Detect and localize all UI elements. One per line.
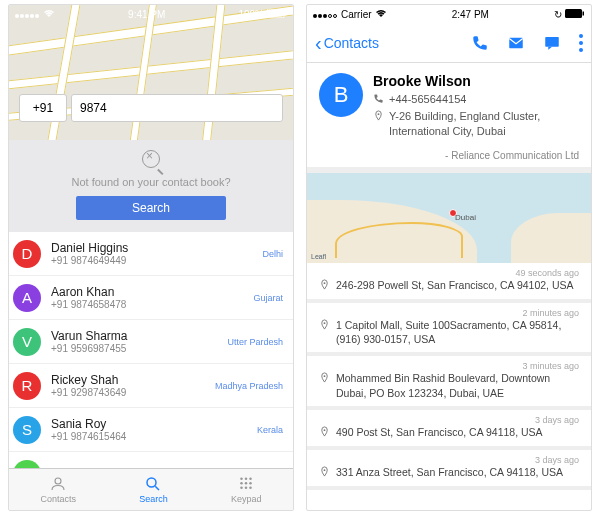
search-icon bbox=[143, 475, 163, 493]
not-found-panel: Not found on your contact book? Search bbox=[9, 140, 293, 232]
status-time: 9:41 PM bbox=[128, 9, 165, 20]
contact-row[interactable]: VVarun Sharma+91 9596987455Utter Pardesh bbox=[9, 320, 293, 364]
profile-section: B Brooke Wilson +44-565644154 Y-26 Build… bbox=[307, 63, 591, 148]
history-item[interactable]: 3 minutes agoMohammed Bin Rashid Bouleva… bbox=[307, 356, 591, 409]
nav-bar: ‹ Contacts bbox=[307, 23, 591, 63]
phone-input-bar: +91 9874 bbox=[19, 94, 283, 122]
battery-icon bbox=[565, 9, 585, 20]
map-search-area[interactable]: +91 9874 bbox=[9, 5, 293, 140]
contact-phone: +91 9874649449 bbox=[51, 255, 262, 266]
svg-point-21 bbox=[579, 48, 583, 52]
svg-rect-2 bbox=[284, 11, 286, 15]
contact-row[interactable]: AAaron Khan+91 9874658478Gujarat bbox=[9, 276, 293, 320]
contact-avatar: D bbox=[13, 240, 41, 268]
svg-point-9 bbox=[240, 482, 243, 485]
contact-row[interactable]: SSania Roy+91 9874615464Kerala bbox=[9, 408, 293, 452]
statusbar: 9:41 PM 100% bbox=[9, 5, 293, 23]
svg-point-25 bbox=[324, 376, 326, 378]
svg-point-22 bbox=[378, 114, 380, 116]
tab-bar: Contacts Search Keypad bbox=[9, 468, 293, 510]
svg-rect-16 bbox=[583, 11, 585, 15]
svg-point-12 bbox=[240, 486, 243, 489]
tab-keypad[interactable]: Keypad bbox=[231, 475, 262, 504]
history-time: 3 minutes ago bbox=[319, 358, 579, 371]
contact-location: Gujarat bbox=[253, 293, 283, 303]
phone-number-input[interactable]: 9874 bbox=[71, 94, 283, 122]
history-time: 3 days ago bbox=[319, 452, 579, 465]
back-button[interactable]: ‹ Contacts bbox=[315, 33, 471, 53]
profile-company: - Reliance Communication Ltd bbox=[307, 148, 591, 167]
status-time: 2:47 PM bbox=[452, 9, 489, 20]
history-address: 246-298 Powell St, San Francisco, CA 941… bbox=[336, 278, 574, 292]
history-address: Mohammed Bin Rashid Boulevard, Downtown … bbox=[336, 371, 579, 399]
more-button[interactable] bbox=[579, 34, 583, 52]
location-pin-icon bbox=[319, 466, 330, 480]
contact-name: Daniel Higgins bbox=[51, 241, 262, 255]
back-label: Contacts bbox=[324, 35, 379, 51]
contacts-icon bbox=[48, 475, 68, 493]
history-time: 3 days ago bbox=[319, 412, 579, 425]
svg-point-14 bbox=[249, 486, 252, 489]
tab-label: Keypad bbox=[231, 494, 262, 504]
phone-icon bbox=[373, 93, 384, 107]
contact-phone: +91 9596987455 bbox=[51, 343, 227, 354]
history-item[interactable]: 3 days ago331 Anza Street, San Francisco… bbox=[307, 450, 591, 490]
svg-rect-18 bbox=[545, 37, 559, 47]
location-pin-icon bbox=[373, 110, 384, 124]
phone-right: Carrier 2:47 PM ↻ ‹ Contacts B Brooke Wi bbox=[306, 4, 592, 511]
location-pin-icon bbox=[319, 426, 330, 440]
history-address: 1 Capitol Mall, Suite 100Sacramento, CA … bbox=[336, 318, 579, 346]
statusbar: Carrier 2:47 PM ↻ bbox=[307, 5, 591, 23]
svg-point-27 bbox=[324, 469, 326, 471]
svg-line-5 bbox=[156, 486, 160, 490]
map-attribution: Leafl bbox=[311, 253, 326, 260]
refresh-icon: ↻ bbox=[554, 9, 562, 20]
contact-name: Rickey Shah bbox=[51, 373, 215, 387]
call-button[interactable] bbox=[471, 34, 489, 52]
svg-point-19 bbox=[579, 34, 583, 38]
contact-phone: +91 9298743649 bbox=[51, 387, 215, 398]
location-pin-icon bbox=[319, 372, 330, 386]
not-found-text: Not found on your contact book? bbox=[29, 176, 273, 188]
contact-avatar: V bbox=[13, 328, 41, 356]
message-button[interactable] bbox=[543, 34, 561, 52]
svg-point-8 bbox=[249, 477, 252, 480]
contact-name: Varun Sharma bbox=[51, 329, 227, 343]
carrier-label: Carrier bbox=[341, 9, 372, 20]
contact-name: Aaron Khan bbox=[51, 285, 253, 299]
email-button[interactable] bbox=[507, 34, 525, 52]
history-address: 490 Post St, San Francisco, CA 94118, US… bbox=[336, 425, 543, 439]
svg-point-4 bbox=[147, 478, 156, 487]
svg-point-6 bbox=[240, 477, 243, 480]
location-map[interactable]: Dubai Leafl bbox=[307, 173, 591, 263]
profile-avatar: B bbox=[319, 73, 363, 117]
history-item[interactable]: 49 seconds ago246-298 Powell St, San Fra… bbox=[307, 263, 591, 303]
wifi-icon bbox=[375, 9, 387, 20]
svg-point-24 bbox=[324, 322, 326, 324]
contact-name: Sania Roy bbox=[51, 417, 257, 431]
svg-point-11 bbox=[249, 482, 252, 485]
location-history: 49 seconds ago246-298 Powell St, San Fra… bbox=[307, 263, 591, 490]
svg-point-7 bbox=[245, 477, 248, 480]
history-item[interactable]: 2 minutes ago1 Capitol Mall, Suite 100Sa… bbox=[307, 303, 591, 356]
history-item[interactable]: 3 days ago490 Post St, San Francisco, CA… bbox=[307, 410, 591, 450]
signal-dots-icon bbox=[15, 9, 40, 20]
signal-dots-icon bbox=[313, 9, 338, 20]
country-code-input[interactable]: +91 bbox=[19, 94, 67, 122]
history-address: 331 Anza Street, San Francisco, CA 94118… bbox=[336, 465, 563, 479]
contact-row[interactable]: RRickey Shah+91 9298743649Madhya Pradesh bbox=[9, 364, 293, 408]
location-pin-icon bbox=[319, 279, 330, 293]
svg-point-3 bbox=[55, 478, 61, 484]
contact-row[interactable]: DDaniel Higgins+91 9874649449Delhi bbox=[9, 232, 293, 276]
contact-avatar: A bbox=[13, 284, 41, 312]
search-button[interactable]: Search bbox=[76, 196, 226, 220]
history-time: 49 seconds ago bbox=[319, 265, 579, 278]
contact-location: Kerala bbox=[257, 425, 283, 435]
tab-search[interactable]: Search bbox=[139, 475, 168, 504]
tab-contacts[interactable]: Contacts bbox=[41, 475, 77, 504]
wifi-icon bbox=[43, 9, 55, 20]
location-pin-icon bbox=[319, 319, 330, 333]
svg-point-23 bbox=[324, 282, 326, 284]
phone-left: 9:41 PM 100% +91 9874 Not found on your … bbox=[8, 4, 294, 511]
contact-phone: +91 9874615464 bbox=[51, 431, 257, 442]
